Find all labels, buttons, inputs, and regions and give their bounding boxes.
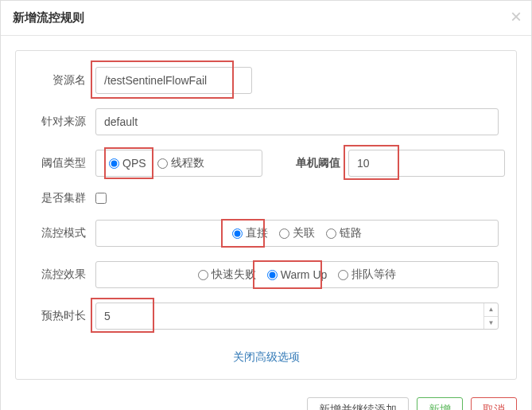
- radio-chain-input[interactable]: [326, 228, 336, 239]
- radio-threads[interactable]: 线程数: [157, 156, 204, 170]
- cancel-button[interactable]: 取消: [471, 397, 517, 410]
- spinner-up-icon[interactable]: ▲: [484, 303, 498, 317]
- row-flow-mode: 流控模式 直接 关联 链路: [33, 220, 499, 247]
- radio-direct-input[interactable]: [232, 228, 243, 239]
- radio-direct[interactable]: 直接: [232, 226, 268, 240]
- add-button[interactable]: 新增: [417, 397, 463, 410]
- single-threshold-input[interactable]: [348, 150, 505, 177]
- row-threshold: 阈值类型 QPS 线程数 单机阈值: [33, 150, 499, 177]
- radio-relate-label: 关联: [293, 226, 315, 240]
- label-cluster: 是否集群: [33, 191, 95, 205]
- label-resource: 资源名: [33, 73, 95, 88]
- radio-direct-label: 直接: [246, 226, 268, 240]
- radio-qps[interactable]: QPS: [109, 157, 146, 170]
- add-continue-button[interactable]: 新增并继续添加: [307, 397, 409, 410]
- radio-fastfail-label: 快速失败: [212, 267, 256, 282]
- row-resource: 资源名: [33, 67, 499, 94]
- radio-queue[interactable]: 排队等待: [338, 267, 396, 282]
- row-warmup-time: 预热时长 ▲ ▼: [33, 303, 499, 330]
- radio-warmup-input[interactable]: [267, 270, 278, 280]
- flow-effect-group: 快速失败 Warm Up 排队等待: [95, 261, 499, 288]
- modal-footer: 新增并继续添加 新增 取消: [1, 388, 531, 410]
- row-cluster: 是否集群: [33, 191, 499, 205]
- radio-relate[interactable]: 关联: [279, 226, 315, 240]
- radio-warmup[interactable]: Warm Up: [267, 268, 328, 281]
- source-input[interactable]: [95, 108, 499, 135]
- row-flow-effect: 流控效果 快速失败 Warm Up 排队等待: [33, 261, 499, 288]
- label-threshold-type: 阈值类型: [33, 156, 95, 170]
- label-source: 针对来源: [33, 115, 95, 129]
- radio-qps-label: QPS: [122, 157, 146, 170]
- modal-header: 新增流控规则 ×: [1, 1, 531, 36]
- row-source: 针对来源: [33, 108, 499, 135]
- flow-rule-modal: 新增流控规则 × 资源名 针对来源 阈值类型: [0, 0, 532, 410]
- radio-threads-input[interactable]: [157, 158, 168, 169]
- cluster-checkbox[interactable]: [95, 193, 107, 204]
- label-warmup-time: 预热时长: [33, 309, 95, 323]
- modal-title: 新增流控规则: [13, 10, 519, 25]
- radio-threads-label: 线程数: [171, 156, 204, 170]
- modal-body: 资源名 针对来源 阈值类型 QPS: [1, 36, 531, 388]
- warmup-time-input[interactable]: [95, 303, 499, 330]
- radio-qps-input[interactable]: [109, 158, 119, 169]
- label-flow-effect: 流控效果: [33, 267, 95, 282]
- radio-fastfail[interactable]: 快速失败: [198, 267, 256, 282]
- toggle-advanced-link[interactable]: 关闭高级选项: [33, 344, 499, 368]
- radio-warmup-label: Warm Up: [281, 268, 328, 281]
- radio-queue-label: 排队等待: [351, 267, 396, 282]
- radio-queue-input[interactable]: [338, 270, 348, 280]
- threshold-type-group: QPS 线程数: [95, 150, 262, 177]
- radio-chain[interactable]: 链路: [326, 226, 362, 240]
- label-flow-mode: 流控模式: [33, 226, 95, 240]
- label-single-threshold: 单机阈值: [294, 156, 348, 170]
- spinner-down-icon[interactable]: ▼: [484, 317, 498, 330]
- radio-fastfail-input[interactable]: [198, 270, 208, 280]
- close-icon[interactable]: ×: [511, 6, 522, 28]
- flow-mode-group: 直接 关联 链路: [95, 220, 499, 247]
- radio-relate-input[interactable]: [279, 228, 289, 239]
- radio-chain-label: 链路: [340, 226, 362, 240]
- form-panel: 资源名 针对来源 阈值类型 QPS: [15, 50, 517, 380]
- spinner-buttons: ▲ ▼: [483, 303, 498, 329]
- resource-input[interactable]: [95, 67, 252, 94]
